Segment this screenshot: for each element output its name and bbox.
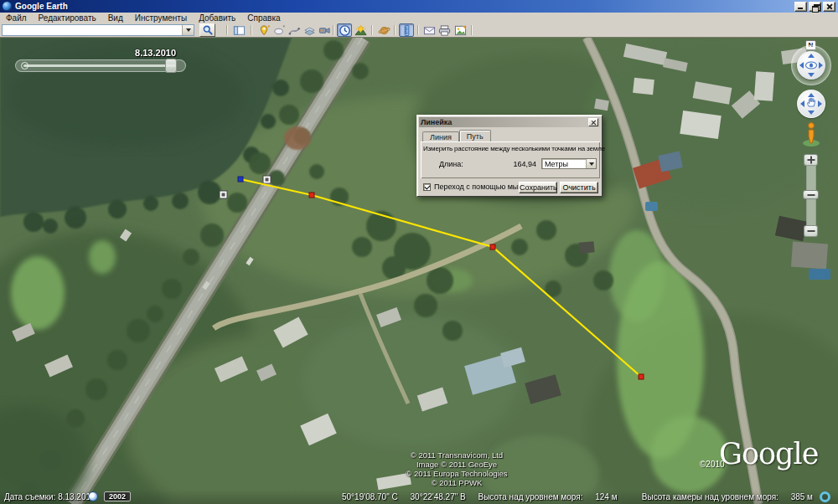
status-elevation-label: Высота над уровнем моря: [478,492,582,501]
mouse-nav-label: Переход с помощью мыши [434,183,529,191]
ruler-tab-panel: Измерить расстояние между несколькими то… [421,141,600,178]
status-clock-icon[interactable] [88,491,98,501]
look-right-arrow-icon[interactable] [819,62,823,69]
image-overlay-icon [303,24,316,37]
menu-file[interactable]: Файл [0,13,33,23]
ruler-dialog-titlebar[interactable]: Линейка [419,117,600,127]
print-button[interactable] [437,23,452,37]
historical-imagery-button[interactable] [337,23,352,37]
move-left-arrow-icon[interactable] [800,100,804,107]
unit-select[interactable]: Метры [541,158,597,169]
ruler-dialog: Линейка Линия Путь Измерить расстояние м… [416,115,603,197]
toolbar [0,23,838,38]
google-earth-window: Google Earth Файл Редактировать Вид Инст… [0,0,838,504]
status-bar: Дата съемки: 8.13.2010 2002 50°19'08.70"… [0,490,838,504]
mouse-nav-checkbox[interactable] [423,183,431,191]
move-joystick[interactable] [797,90,825,118]
zoom-in-button[interactable] [804,154,818,166]
time-slider-track[interactable] [23,64,176,67]
menu-help[interactable]: Справка [241,13,286,23]
unit-dropdown-button[interactable] [586,159,596,168]
status-imagery-date: Дата съемки: 8.13.2010 [4,492,96,501]
ruler-button[interactable] [399,23,414,37]
add-polygon-button[interactable] [272,23,287,37]
email-button[interactable] [422,23,437,37]
zoom-slider-handle[interactable] [803,190,819,199]
minimize-button[interactable] [794,2,807,12]
menu-bar: Файл Редактировать Вид Инструменты Добав… [0,13,838,23]
search-dropdown-button[interactable] [182,25,194,35]
eye-icon [805,62,817,69]
ruler-dialog-title: Линейка [421,118,452,126]
copyright-block: © 2011 Transnavicom, Ltd Image © 2011 Ge… [314,450,599,487]
length-label: Длина: [439,160,463,168]
ruler-description: Измерить расстояние между несколькими то… [421,141,600,152]
search-button[interactable] [199,23,215,37]
save-image-button[interactable] [453,23,468,37]
status-longitude: 30°22'48.27" В [411,492,466,501]
planets-button[interactable] [376,23,391,37]
look-joystick[interactable] [791,45,831,85]
record-tour-button[interactable] [317,23,332,37]
menu-view[interactable]: Вид [102,13,129,23]
sun-icon [354,24,367,37]
ruler-icon [401,24,413,37]
streaming-indicator-icon [820,491,830,502]
title-bar: Google Earth [0,0,838,13]
path-icon [288,24,301,37]
window-title: Google Earth [15,2,68,11]
sunlight-button[interactable] [353,23,368,37]
tab-line[interactable]: Линия [422,131,459,141]
measurement-end-point[interactable] [639,374,644,379]
tab-path[interactable]: Путь [459,130,491,141]
length-value: 164,94 [498,160,536,168]
clock-icon [339,24,351,37]
time-slider-handle[interactable] [165,59,177,73]
printer-icon [438,24,451,37]
status-elevation-value: 124 м [595,492,617,501]
status-coordinates: 50°19'08.70" С 30°22'48.27" В Высота над… [342,492,628,501]
measurement-point[interactable] [490,244,495,249]
menu-edit[interactable]: Редактировать [33,13,102,23]
look-up-arrow-icon[interactable] [808,54,815,58]
time-slider[interactable] [15,59,186,72]
clear-button[interactable]: Очистить [560,182,598,193]
ruler-tabs: Линия Путь [422,130,491,141]
close-button[interactable] [823,2,835,12]
add-image-overlay-button[interactable] [302,23,317,37]
zoom-out-button[interactable] [804,225,818,237]
menu-add[interactable]: Добавить [193,13,241,23]
measurement-point[interactable] [309,193,314,198]
pegman-icon[interactable] [802,121,820,147]
add-path-button[interactable] [287,23,302,37]
email-icon [423,24,436,37]
unit-selected-value: Метры [542,160,568,168]
map-view[interactable]: 8.13.2010 Линейка Линия Путь Измерить ра… [0,38,838,504]
image-noise [0,38,838,504]
google-logo: Google [719,437,818,471]
imagery-date-label: 8.13.2010 [92,48,176,58]
status-camera-value: 385 м [791,492,813,501]
look-down-arrow-icon[interactable] [808,73,815,77]
search-icon [202,24,214,36]
add-placemark-button[interactable] [256,23,272,37]
sidebar-toggle-button[interactable] [231,23,246,37]
google-earth-logo-icon [3,2,12,11]
move-right-arrow-icon[interactable] [818,100,822,107]
mouse-nav-option[interactable]: Переход с помощью мыши [423,183,529,191]
placemark-icon [258,24,271,37]
status-year-badge[interactable]: 2002 [104,491,131,501]
ruler-dialog-close-icon[interactable] [588,118,598,126]
copyright-line: Image © 2011 GeoEye [314,460,599,469]
status-camera-altitude: Высота камеры над уровнем моря: 385 м [632,492,813,501]
polygon-icon [273,24,286,37]
restore-button[interactable] [809,2,821,12]
measurement-start-point[interactable] [238,177,243,182]
search-input[interactable] [3,25,182,35]
save-button[interactable]: Сохранить [519,182,557,193]
search-combo [2,24,194,36]
look-left-arrow-icon[interactable] [799,62,804,69]
menu-tools[interactable]: Инструменты [129,13,193,23]
save-image-icon [454,24,467,37]
saturn-icon [378,24,391,37]
